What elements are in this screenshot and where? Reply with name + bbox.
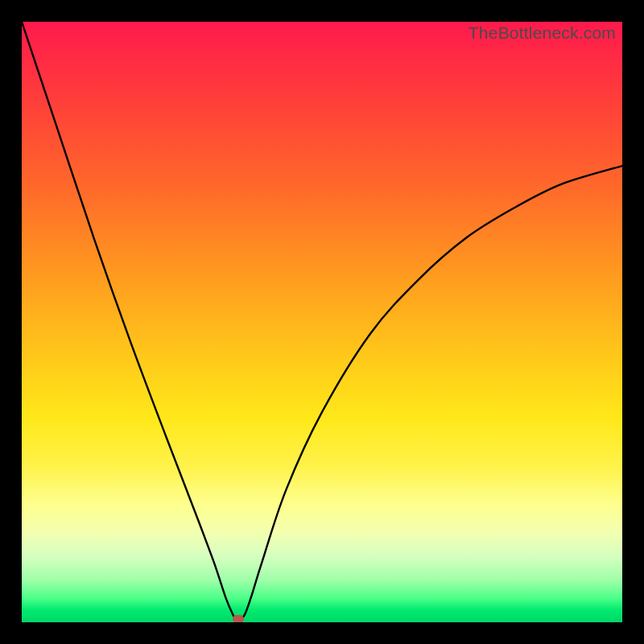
chart-frame: TheBottleneck.com [0, 0, 644, 644]
plot-area: TheBottleneck.com [22, 22, 622, 622]
curve-svg [22, 22, 622, 622]
optimum-marker [233, 615, 244, 622]
bottleneck-curve [22, 22, 622, 620]
